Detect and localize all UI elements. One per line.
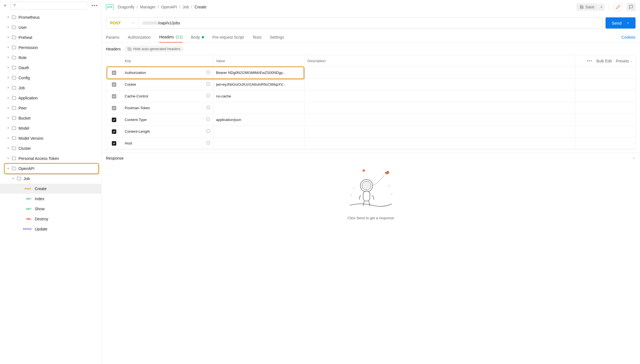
sidebar-folder[interactable]: Prometheus bbox=[0, 12, 101, 22]
more-columns-button[interactable]: ••• bbox=[587, 59, 593, 63]
sidebar-folder[interactable]: Role bbox=[0, 53, 101, 63]
header-key-cell[interactable]: Cache-Control bbox=[122, 90, 213, 102]
cookies-link[interactable]: Cookies bbox=[621, 35, 636, 39]
header-checkbox[interactable] bbox=[112, 106, 116, 110]
info-icon[interactable] bbox=[206, 70, 210, 75]
header-description-cell[interactable] bbox=[305, 79, 575, 90]
header-checkbox[interactable] bbox=[112, 94, 116, 99]
comment-button[interactable] bbox=[627, 3, 636, 11]
breadcrumb-item[interactable]: OpenAPI bbox=[161, 5, 177, 9]
chevron-down-icon bbox=[7, 167, 10, 170]
hide-auto-generated-toggle[interactable]: Hide auto-generated headers bbox=[124, 46, 184, 52]
url-input[interactable]: ━━━━━━━ /oapi/v1/jobs bbox=[139, 18, 602, 28]
response-section: Response bbox=[101, 152, 640, 226]
chevron-down-icon bbox=[627, 22, 629, 24]
sidebar-folder-openapi[interactable]: OpenAPI bbox=[0, 164, 101, 174]
header-checkbox[interactable] bbox=[112, 118, 116, 122]
header-value: no-cache bbox=[216, 94, 231, 98]
tab-headers[interactable]: Headers(11) bbox=[159, 32, 183, 43]
presets-dropdown[interactable]: Presets bbox=[616, 59, 632, 63]
info-icon[interactable] bbox=[206, 141, 210, 146]
request-label: Create bbox=[35, 186, 47, 191]
tab-params[interactable]: Params bbox=[106, 32, 119, 42]
header-key-cell[interactable]: Content-Type bbox=[122, 114, 213, 125]
header-value-cell[interactable]: no-cache bbox=[213, 90, 305, 102]
method-badge: GET bbox=[22, 197, 31, 200]
request-item[interactable]: GETShow bbox=[0, 204, 101, 214]
sidebar-folder-job[interactable]: Job bbox=[0, 174, 101, 184]
folder-icon bbox=[12, 136, 16, 141]
sidebar-folder[interactable]: Model bbox=[0, 123, 101, 133]
sidebar-folder[interactable]: Personal Access Token bbox=[0, 153, 101, 164]
add-button[interactable]: + bbox=[2, 3, 8, 8]
sidebar-folder[interactable]: Model Version bbox=[0, 133, 101, 143]
header-description-cell[interactable] bbox=[305, 137, 575, 149]
header-description-cell[interactable] bbox=[305, 126, 575, 137]
header-value-cell[interactable]: jwt=eyJhbGciOiJIUzI1NiIsInR5cCI6IkpXV... bbox=[213, 79, 305, 90]
header-description-cell[interactable] bbox=[305, 67, 575, 78]
request-item[interactable]: POSTCreate bbox=[0, 184, 101, 194]
bulk-edit-link[interactable]: Bulk Edit bbox=[596, 59, 612, 63]
breadcrumb-item[interactable]: Manager bbox=[140, 5, 156, 9]
header-checkbox[interactable] bbox=[112, 82, 116, 87]
header-value-cell[interactable] bbox=[213, 137, 305, 149]
send-button[interactable]: Send bbox=[606, 17, 636, 29]
sidebar-folder[interactable]: Job bbox=[0, 83, 101, 93]
sidebar-folder[interactable]: Config bbox=[0, 73, 101, 83]
request-item[interactable]: PATCHUpdate bbox=[0, 224, 101, 234]
breadcrumb-item[interactable]: Job bbox=[183, 5, 189, 9]
save-label: Save bbox=[585, 5, 594, 9]
header-description-cell[interactable] bbox=[305, 102, 575, 114]
info-icon[interactable] bbox=[206, 82, 210, 87]
tab-pre-request[interactable]: Pre-request Script bbox=[212, 32, 244, 42]
tab-settings[interactable]: Settings bbox=[270, 32, 284, 42]
info-icon[interactable] bbox=[206, 117, 210, 122]
header-description-cell[interactable] bbox=[305, 114, 575, 125]
header-key-cell[interactable]: Host bbox=[122, 137, 213, 149]
info-icon[interactable] bbox=[206, 106, 210, 110]
request-label: Show bbox=[35, 207, 45, 211]
header-checkbox[interactable] bbox=[112, 71, 116, 75]
header-value-cell[interactable] bbox=[213, 102, 305, 114]
more-options-button[interactable]: ••• bbox=[90, 3, 99, 8]
info-icon[interactable] bbox=[206, 129, 210, 134]
header-value-cell[interactable] bbox=[213, 126, 305, 137]
sidebar-folder[interactable]: Bucket bbox=[0, 113, 101, 123]
tab-body[interactable]: Body bbox=[191, 32, 204, 42]
breadcrumb-item[interactable]: Dragonfly bbox=[118, 5, 135, 9]
chevron-down-icon[interactable] bbox=[632, 157, 636, 160]
header-key-cell[interactable]: Cookie bbox=[122, 79, 213, 90]
header-description-cell[interactable] bbox=[305, 90, 575, 102]
save-dropdown[interactable] bbox=[598, 4, 604, 11]
header-checkbox[interactable] bbox=[112, 141, 116, 146]
header-checkbox[interactable] bbox=[112, 129, 116, 134]
save-button[interactable]: Save bbox=[576, 3, 598, 11]
filter-input[interactable] bbox=[10, 2, 88, 10]
info-icon[interactable] bbox=[206, 94, 210, 99]
comment-icon bbox=[629, 5, 633, 9]
request-item[interactable]: GETIndex bbox=[0, 194, 101, 204]
header-key-cell[interactable]: Content-Length bbox=[122, 126, 213, 137]
sidebar-folder[interactable]: Application bbox=[0, 93, 101, 103]
tab-tests[interactable]: Tests bbox=[252, 32, 262, 42]
tab-authorization[interactable]: Authorization bbox=[128, 32, 151, 42]
breadcrumb-separator: / bbox=[137, 5, 138, 9]
sidebar-folder[interactable]: User bbox=[0, 22, 101, 32]
folder-icon bbox=[12, 35, 16, 40]
sidebar-folder[interactable]: Oauth bbox=[0, 63, 101, 73]
method-select[interactable]: POST bbox=[106, 18, 139, 28]
chevron-right-icon bbox=[7, 147, 10, 150]
header-key-cell[interactable]: Authorization bbox=[122, 67, 213, 78]
sidebar-folder[interactable]: Peer bbox=[0, 103, 101, 113]
request-item[interactable]: DELDestroy bbox=[0, 214, 101, 224]
sidebar-folder[interactable]: Preheat bbox=[0, 32, 101, 43]
header-key-cell[interactable]: Postman-Token bbox=[122, 102, 213, 114]
header-value-cell[interactable]: application/json bbox=[213, 114, 305, 125]
header-value-cell[interactable]: Bearer NDg0N2I2MGMtMzEwZS00NDgy... bbox=[213, 67, 305, 78]
sidebar-folder[interactable]: Cluster bbox=[0, 143, 101, 153]
svg-point-31 bbox=[388, 185, 389, 186]
chevron-right-icon bbox=[7, 137, 10, 140]
folder-icon bbox=[12, 45, 16, 50]
sidebar-folder[interactable]: Permission bbox=[0, 43, 101, 53]
edit-button[interactable] bbox=[614, 3, 623, 11]
